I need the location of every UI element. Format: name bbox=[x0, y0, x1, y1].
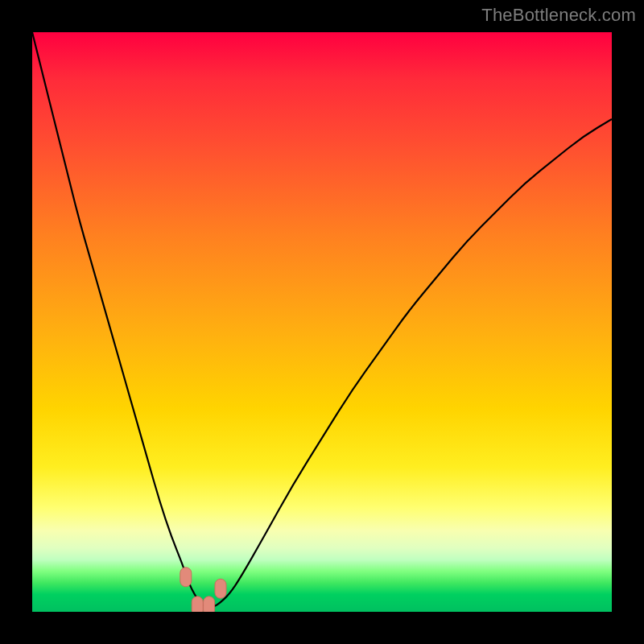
watermark-text: TheBottleneck.com bbox=[481, 5, 636, 26]
chart-plot-area bbox=[32, 32, 612, 612]
chart-marker bbox=[192, 597, 203, 612]
chart-frame: TheBottleneck.com bbox=[0, 0, 644, 644]
chart-marker bbox=[180, 568, 192, 587]
bottleneck-curve bbox=[32, 32, 612, 607]
chart-svg bbox=[32, 32, 612, 612]
chart-markers bbox=[180, 568, 226, 612]
chart-marker bbox=[204, 597, 215, 612]
chart-marker bbox=[215, 579, 226, 598]
